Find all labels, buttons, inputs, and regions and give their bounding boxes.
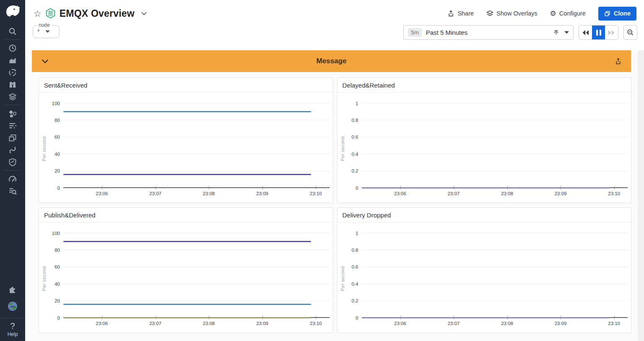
x-tick-label: 23:06 xyxy=(394,321,406,326)
y-tick-label: 40 xyxy=(42,152,60,157)
message-group-header[interactable]: Message xyxy=(32,50,631,72)
y-tick-label: 100 xyxy=(42,101,60,106)
x-axis-ticks: 23:0623:0723:0823:0923:10 xyxy=(63,188,330,198)
time-range-picker[interactable]: 5m Past 5 Minutes xyxy=(403,25,574,40)
x-tick-label: 23:10 xyxy=(310,321,322,326)
sidebar-divider xyxy=(5,170,21,170)
y-tick-label: 1 xyxy=(340,101,358,106)
panel-sent-received[interactable]: Sent&Received Per second 020406080100 23… xyxy=(39,78,333,203)
time-controls: 5m Past 5 Minutes xyxy=(403,25,637,40)
title-chevron-down-icon[interactable] xyxy=(141,11,147,16)
sidebar-divider xyxy=(5,39,21,40)
content-column: ☆ EMQX Overview xyxy=(25,0,644,341)
x-tick-label: 23:06 xyxy=(96,191,108,196)
y-tick-label: 0 xyxy=(340,315,358,320)
shield-icon[interactable] xyxy=(0,156,25,168)
panel-delivery-dropped[interactable]: Delivery Dropped Per second 00.20.40.60.… xyxy=(337,207,632,333)
x-tick-label: 23:10 xyxy=(608,191,620,196)
x-tick-label: 23:07 xyxy=(448,321,460,326)
scrollbar-track[interactable] xyxy=(638,50,644,341)
y-tick-label: 20 xyxy=(42,299,60,304)
y-tick-label: 60 xyxy=(42,265,60,270)
datadog-logo-icon[interactable] xyxy=(3,3,22,21)
radar-icon[interactable] xyxy=(0,66,25,78)
x-tick-label: 23:09 xyxy=(555,191,567,196)
puzzle-icon[interactable] xyxy=(0,283,25,295)
windows-icon[interactable] xyxy=(0,132,25,144)
hexagons-icon[interactable] xyxy=(0,107,25,119)
panel-publish-delivered[interactable]: Publish&Delivered Per second 02040608010… xyxy=(39,207,333,333)
time-forward-button[interactable] xyxy=(605,26,618,39)
pause-icon xyxy=(596,30,601,36)
series-line-1[interactable] xyxy=(63,241,311,242)
configure-button[interactable]: ⚙ Configure xyxy=(550,10,586,17)
x-tick-label: 23:06 xyxy=(394,191,406,196)
panel-title: Delayed&Retained xyxy=(338,78,631,93)
configure-label: Configure xyxy=(559,10,586,17)
y-tick-label: 0 xyxy=(42,186,60,191)
series-line-2[interactable] xyxy=(63,174,311,175)
clock-history-icon[interactable] xyxy=(0,42,25,54)
group-export-icon[interactable] xyxy=(615,58,622,65)
x-tick-label: 23:10 xyxy=(310,191,322,196)
zoom-out-icon xyxy=(627,29,634,36)
time-playback-controls xyxy=(579,25,618,40)
clone-button[interactable]: Clone xyxy=(598,7,636,21)
binoculars-icon[interactable] xyxy=(0,78,25,90)
x-tick-label: 23:09 xyxy=(555,321,567,326)
time-backward-button[interactable] xyxy=(579,26,592,39)
x-tick-label: 23:08 xyxy=(203,191,215,196)
y-tick-label: 1 xyxy=(340,231,358,236)
caret-down-icon xyxy=(45,30,50,33)
series-line-1[interactable] xyxy=(63,111,311,112)
caret-down-icon[interactable] xyxy=(564,31,569,34)
clone-label: Clone xyxy=(614,10,631,17)
filter-lines-icon[interactable] xyxy=(0,119,25,132)
y-axis-label: Per second xyxy=(42,266,47,291)
user-avatar-globe-icon[interactable] xyxy=(0,300,25,312)
link-curve-icon[interactable] xyxy=(0,144,25,156)
plot-area[interactable]: 00.20.40.60.81 xyxy=(362,99,628,188)
y-tick-label: 20 xyxy=(42,169,60,174)
favorite-star-icon[interactable]: ☆ xyxy=(34,9,42,18)
search-icon[interactable] xyxy=(0,25,25,37)
x-tick-label: 23:07 xyxy=(149,191,161,196)
fast-forward-icon xyxy=(608,30,615,36)
plot-area[interactable]: 020406080100 xyxy=(63,99,330,188)
show-overlays-button[interactable]: Show Overlays xyxy=(486,10,538,17)
x-axis-ticks: 23:0623:0723:0823:0923:10 xyxy=(362,318,628,328)
x-tick-label: 23:08 xyxy=(203,321,215,326)
x-tick-label: 23:09 xyxy=(256,321,268,326)
zoom-out-button[interactable] xyxy=(623,25,637,40)
series-line-2[interactable] xyxy=(63,304,311,305)
area-chart-icon[interactable] xyxy=(0,54,25,66)
collapse-chevron-icon[interactable] xyxy=(41,59,49,64)
header-top-row: ☆ EMQX Overview xyxy=(25,0,644,22)
x-tick-label: 23:09 xyxy=(256,191,268,196)
pause-button[interactable] xyxy=(592,26,605,39)
plot-area[interactable]: 00.20.40.60.81 xyxy=(362,229,628,318)
timeseries-chart: Per second 020406080100 23:0623:0723:082… xyxy=(63,99,330,198)
x-tick-label: 23:06 xyxy=(96,321,108,326)
time-range-badge: 5m xyxy=(408,28,422,37)
panel-delayed-retained[interactable]: Delayed&Retained Per second 00.20.40.60.… xyxy=(337,78,632,203)
share-button[interactable]: Share xyxy=(447,10,474,17)
y-tick-label: 0.2 xyxy=(340,169,358,174)
x-tick-label: 23:07 xyxy=(149,321,161,326)
gauge-icon[interactable] xyxy=(0,173,25,185)
plot-area[interactable]: 020406080100 xyxy=(63,229,330,318)
dashboard-body: Message Sent&Received Per second 0204060… xyxy=(25,50,644,341)
app-window: ? Help ☆ EMQX Overvi xyxy=(0,0,644,341)
page-title: EMQX Overview xyxy=(60,8,135,19)
search-settings-icon[interactable] xyxy=(0,185,25,197)
group-title: Message xyxy=(32,57,631,65)
help-button[interactable]: ? Help xyxy=(0,318,25,341)
y-axis-label: Per second xyxy=(340,136,345,161)
y-tick-label: 80 xyxy=(42,118,60,123)
layers-icon[interactable] xyxy=(0,90,25,103)
timeseries-chart: Per second 00.20.40.60.81 23:0623:0723:0… xyxy=(362,99,628,198)
node-template-variable-select[interactable]: node * xyxy=(33,25,60,38)
x-axis-ticks: 23:0623:0723:0823:0923:10 xyxy=(63,318,330,328)
pin-icon[interactable] xyxy=(553,29,559,36)
panel-grid: Sent&Received Per second 020406080100 23… xyxy=(39,78,631,333)
